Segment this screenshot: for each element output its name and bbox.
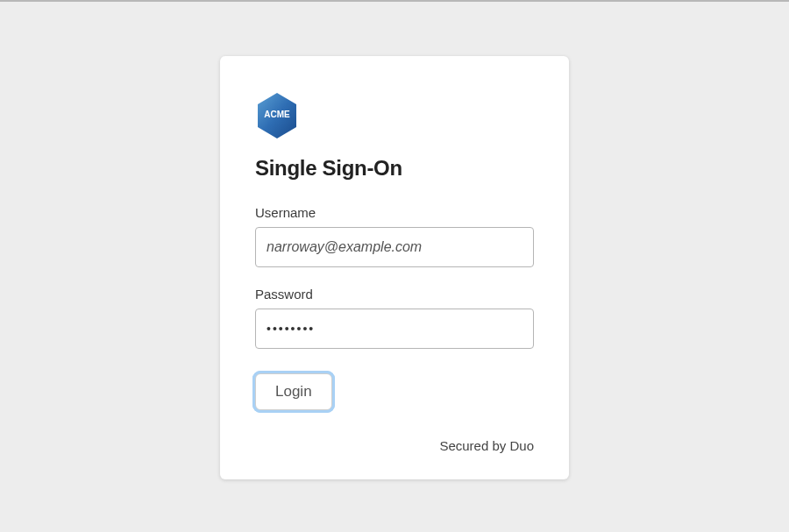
username-field-group: Username bbox=[255, 205, 534, 267]
password-field-group: Password bbox=[255, 287, 534, 349]
username-label: Username bbox=[255, 205, 534, 220]
secured-by-text: Secured by Duo bbox=[255, 438, 534, 453]
page-title: Single Sign-On bbox=[255, 156, 534, 181]
svg-text:ACME: ACME bbox=[264, 110, 290, 119]
login-button[interactable]: Login bbox=[255, 373, 332, 410]
password-label: Password bbox=[255, 287, 534, 301]
password-input[interactable] bbox=[255, 309, 534, 349]
login-card: ACME Single Sign-On Username Password Lo… bbox=[220, 56, 569, 479]
acme-logo-icon: ACME bbox=[255, 91, 299, 140]
username-input[interactable] bbox=[255, 227, 534, 267]
